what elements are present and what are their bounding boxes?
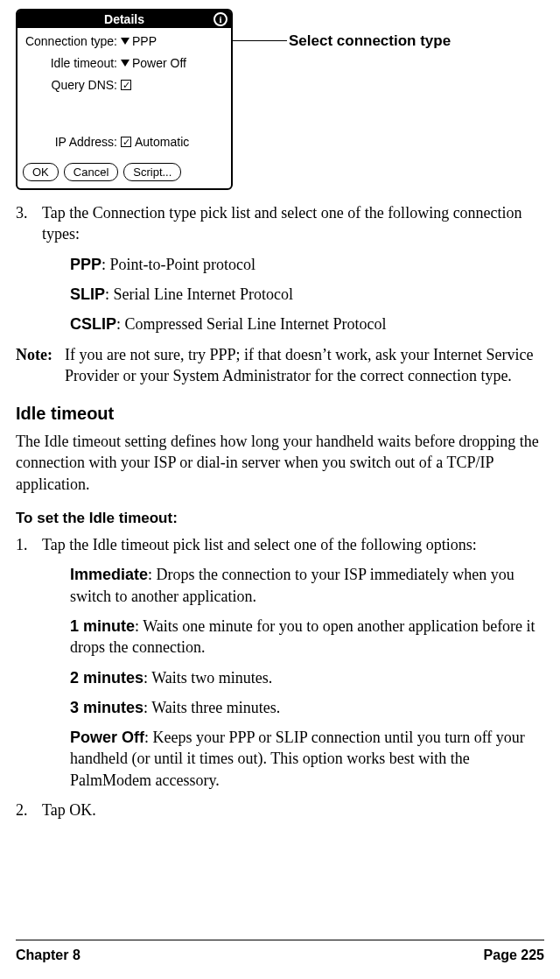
definition-term: 3 minutes	[70, 699, 144, 716]
step-text: Tap the Idle timeout pick list and selec…	[42, 534, 544, 555]
dropdown-icon	[121, 38, 130, 45]
section-heading-idle-timeout: Idle timeout	[16, 402, 544, 426]
connection-type-value: PPP	[132, 33, 157, 50]
dialog-title: Details	[104, 11, 144, 28]
footer-page: Page 225	[484, 946, 544, 965]
idle-timeout-label: Idle timeout:	[24, 55, 121, 72]
definition-term: SLIP	[70, 285, 105, 303]
idle-timeout-value: Power Off	[132, 55, 186, 72]
dropdown-icon	[121, 60, 130, 67]
definition-term: PPP	[70, 256, 102, 273]
script-button[interactable]: Script...	[123, 163, 181, 182]
definition-item: CSLIP: Compressed Serial Line Internet P…	[70, 313, 544, 335]
definition-item: 2 minutes: Waits two minutes.	[70, 667, 544, 688]
step-text: Tap the Connection type pick list and se…	[42, 202, 544, 245]
footer-chapter: Chapter 8	[16, 946, 80, 965]
ip-address-value: Automatic	[135, 134, 189, 151]
definition-term: CSLIP	[70, 315, 116, 333]
step-number: 3.	[16, 202, 42, 245]
definition-item: SLIP: Serial Line Internet Protocol	[70, 284, 544, 305]
definition-desc: : Serial Line Internet Protocol	[105, 285, 293, 303]
step-number: 2.	[16, 799, 42, 821]
ip-address-checkbox[interactable]: ✓	[121, 137, 131, 147]
section-paragraph: The Idle timeout setting defines how lon…	[16, 431, 544, 495]
idle-timeout-picklist[interactable]: Power Off	[121, 55, 186, 72]
definition-item: 3 minutes: Waits three minutes.	[70, 697, 544, 718]
connection-type-picklist[interactable]: PPP	[121, 33, 157, 50]
note-label: Note:	[16, 344, 65, 387]
definition-item: Immediate: Drops the connection to your …	[70, 564, 544, 607]
ip-address-label: IP Address:	[24, 134, 121, 151]
page-footer: Chapter 8 Page 225	[16, 940, 544, 965]
definition-term: 2 minutes	[70, 669, 144, 687]
callout-label: Select connection type	[289, 32, 451, 52]
connection-type-label: Connection type:	[24, 33, 121, 50]
cancel-button[interactable]: Cancel	[64, 163, 118, 182]
info-icon[interactable]: i	[214, 12, 228, 26]
definition-term: 1 minute	[70, 617, 135, 635]
definition-desc: : Compressed Serial Line Internet Protoc…	[116, 315, 386, 333]
step-text: Tap OK.	[42, 799, 544, 821]
callout-line	[233, 40, 287, 41]
step-number: 1.	[16, 534, 42, 555]
note-text: If you are not sure, try PPP; if that do…	[65, 344, 544, 387]
definition-term: Immediate	[70, 566, 148, 583]
details-dialog: Details i Connection type: PPP Idle time…	[16, 9, 233, 190]
definition-desc: : Point-to-Point protocol	[102, 256, 256, 273]
definition-item: 1 minute: Waits one minute for you to op…	[70, 616, 544, 659]
subheading: To set the Idle timeout:	[16, 509, 544, 529]
definition-desc: : Waits two minutes.	[144, 669, 272, 687]
query-dns-checkbox[interactable]: ✓	[121, 80, 131, 90]
definition-desc: : Waits three minutes.	[144, 699, 280, 716]
definition-term: Power Off	[70, 729, 144, 746]
definition-desc: : Waits one minute for you to open anoth…	[70, 617, 536, 656]
definition-item: Power Off: Keeps your PPP or SLIP connec…	[70, 727, 544, 791]
definition-item: PPP: Point-to-Point protocol	[70, 254, 544, 275]
ok-button[interactable]: OK	[23, 163, 59, 182]
query-dns-label: Query DNS:	[24, 77, 121, 94]
dialog-titlebar: Details i	[18, 11, 231, 28]
